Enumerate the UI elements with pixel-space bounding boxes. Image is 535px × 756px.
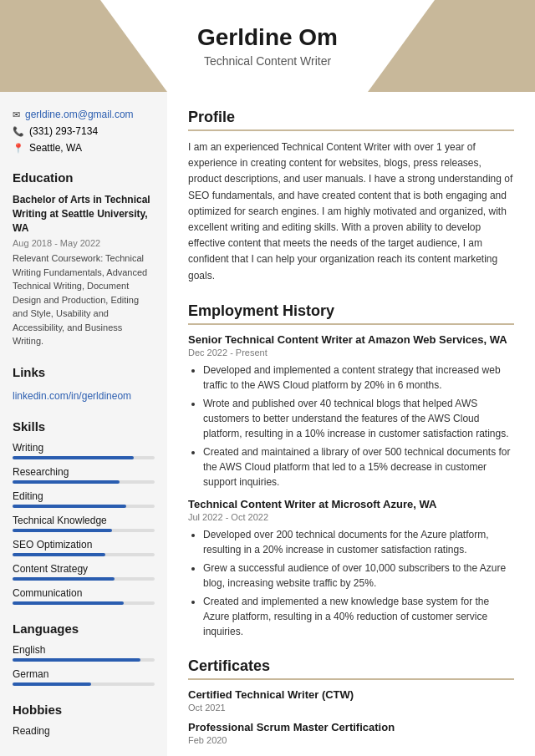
skills-list: Writing Researching Editing Technical Kn… xyxy=(13,442,155,605)
skill-bar-fill xyxy=(13,553,105,556)
profile-section: Profile I am an experienced Technical Co… xyxy=(188,109,514,284)
job-bullets: Developed over 200 technical documents f… xyxy=(188,527,514,639)
page-header: Gerldine Om Technical Content Writer xyxy=(0,0,535,92)
main-content: Profile I am an experienced Technical Co… xyxy=(167,92,535,756)
skill-item: Communication xyxy=(13,587,155,605)
profile-title: Profile xyxy=(188,109,514,131)
languages-list: English German xyxy=(13,644,155,686)
phone-text: (331) 293-7134 xyxy=(29,125,98,137)
employment-section: Employment History Senior Technical Cont… xyxy=(188,302,514,639)
job-bullet: Created and maintained a library of over… xyxy=(203,444,514,490)
skill-bar-bg xyxy=(13,529,155,532)
email-icon: ✉ xyxy=(13,109,20,120)
lang-bar-bg xyxy=(13,682,155,686)
education-title: Education xyxy=(13,170,155,185)
language-item: German xyxy=(13,668,155,686)
languages-title: Languages xyxy=(13,622,155,636)
skill-bar-fill xyxy=(13,577,115,581)
skill-item: Technical Knowledge xyxy=(13,515,155,532)
skill-bar-bg xyxy=(13,577,155,581)
employment-title: Employment History xyxy=(188,302,514,325)
job-date: Dec 2022 - Present xyxy=(188,348,514,358)
skill-name: Researching xyxy=(13,466,155,478)
coursework-label: Relevant Coursework: xyxy=(13,253,103,263)
location-item: 📍 Seattle, WA xyxy=(13,142,155,154)
location-text: Seattle, WA xyxy=(29,142,82,154)
lang-bar-fill xyxy=(13,682,91,686)
header-decoration-right xyxy=(368,0,535,92)
language-item: English xyxy=(13,644,155,662)
job-bullet: Grew a successful audience of over 10,00… xyxy=(203,561,514,591)
skill-bar-fill xyxy=(13,480,120,484)
certificates-section: Certificates Certified Technical Writer … xyxy=(188,657,514,745)
coursework-text: Technical Writing Fundamentals, Advanced… xyxy=(13,253,147,346)
skill-name: Writing xyxy=(13,442,155,454)
hobbies-section: Hobbies Reading xyxy=(13,703,155,737)
candidate-title: Technical Content Writer xyxy=(204,54,331,68)
location-icon: 📍 xyxy=(13,143,24,154)
linkedin-link[interactable]: linkedin.com/in/gerldineom xyxy=(13,390,131,402)
header-decoration-left xyxy=(0,0,167,92)
skill-item: SEO Optimization xyxy=(13,539,155,556)
edu-coursework: Relevant Coursework: Technical Writing F… xyxy=(13,251,155,348)
lang-bar-fill xyxy=(13,658,140,662)
cert-entry: Certified Technical Writer (CTW) Oct 202… xyxy=(188,688,514,713)
links-section: Links linkedin.com/in/gerldineom xyxy=(13,365,155,403)
phone-item: 📞 (331) 293-7134 xyxy=(13,125,155,137)
jobs-list: Senior Technical Content Writer at Amazo… xyxy=(188,333,514,639)
job-bullet: Developed over 200 technical documents f… xyxy=(203,527,514,557)
job-bullets: Developed and implemented a content stra… xyxy=(188,363,514,490)
skill-item: Content Strategy xyxy=(13,563,155,581)
edu-dates: Aug 2018 - May 2022 xyxy=(13,238,155,248)
contact-section: ✉ gerldine.om@gmail.com 📞 (331) 293-7134… xyxy=(13,109,155,154)
skills-title: Skills xyxy=(13,419,155,434)
cert-date: Oct 2021 xyxy=(188,703,514,713)
job-date: Jul 2022 - Oct 2022 xyxy=(188,512,514,522)
job-bullet: Wrote and published over 40 technical bl… xyxy=(203,396,514,441)
skill-bar-fill xyxy=(13,529,112,532)
job-entry: Senior Technical Content Writer at Amazo… xyxy=(188,333,514,490)
profile-text: I am an experienced Technical Content Wr… xyxy=(188,140,514,284)
lang-bar-bg xyxy=(13,658,155,662)
education-section: Education Bachelor of Arts in Technical … xyxy=(13,170,155,348)
lang-name: English xyxy=(13,644,155,656)
languages-section: Languages English German xyxy=(13,622,155,686)
cert-name: Professional Scrum Master Certification xyxy=(188,721,514,733)
skill-bar-fill xyxy=(13,456,134,459)
job-title: Technical Content Writer at Microsoft Az… xyxy=(188,498,514,510)
hobbies-title: Hobbies xyxy=(13,703,155,717)
sidebar: ✉ gerldine.om@gmail.com 📞 (331) 293-7134… xyxy=(0,92,167,756)
cert-date: Feb 2020 xyxy=(188,735,514,745)
email-item: ✉ gerldine.om@gmail.com xyxy=(13,109,155,120)
main-layout: ✉ gerldine.om@gmail.com 📞 (331) 293-7134… xyxy=(0,92,535,756)
linkedin-item: linkedin.com/in/gerldineom xyxy=(13,388,155,403)
skill-bar-bg xyxy=(13,456,155,459)
certificates-title: Certificates xyxy=(188,657,514,680)
candidate-name: Gerldine Om xyxy=(197,24,338,51)
job-bullet: Created and implemented a new knowledge … xyxy=(203,594,514,639)
job-entry: Technical Content Writer at Microsoft Az… xyxy=(188,498,514,639)
job-bullet: Developed and implemented a content stra… xyxy=(203,363,514,393)
skill-item: Writing xyxy=(13,442,155,459)
skill-name: Content Strategy xyxy=(13,563,155,575)
hobbies-list: Reading xyxy=(13,725,155,737)
cert-name: Certified Technical Writer (CTW) xyxy=(188,688,514,701)
skill-bar-fill xyxy=(13,505,126,508)
certs-list: Certified Technical Writer (CTW) Oct 202… xyxy=(188,688,514,745)
job-title: Senior Technical Content Writer at Amazo… xyxy=(188,333,514,346)
phone-icon: 📞 xyxy=(13,126,24,137)
skill-name: SEO Optimization xyxy=(13,539,155,551)
skill-bar-bg xyxy=(13,553,155,556)
skill-bar-bg xyxy=(13,505,155,508)
skills-section: Skills Writing Researching Editing Techn… xyxy=(13,419,155,605)
skill-item: Editing xyxy=(13,490,155,508)
skill-name: Technical Knowledge xyxy=(13,515,155,526)
hobby-item: Reading xyxy=(13,725,155,737)
links-title: Links xyxy=(13,365,155,379)
email-link[interactable]: gerldine.om@gmail.com xyxy=(25,109,134,120)
skill-bar-bg xyxy=(13,480,155,484)
cert-entry: Professional Scrum Master Certification … xyxy=(188,721,514,745)
skill-bar-fill xyxy=(13,601,124,605)
skill-bar-bg xyxy=(13,601,155,605)
lang-name: German xyxy=(13,668,155,680)
